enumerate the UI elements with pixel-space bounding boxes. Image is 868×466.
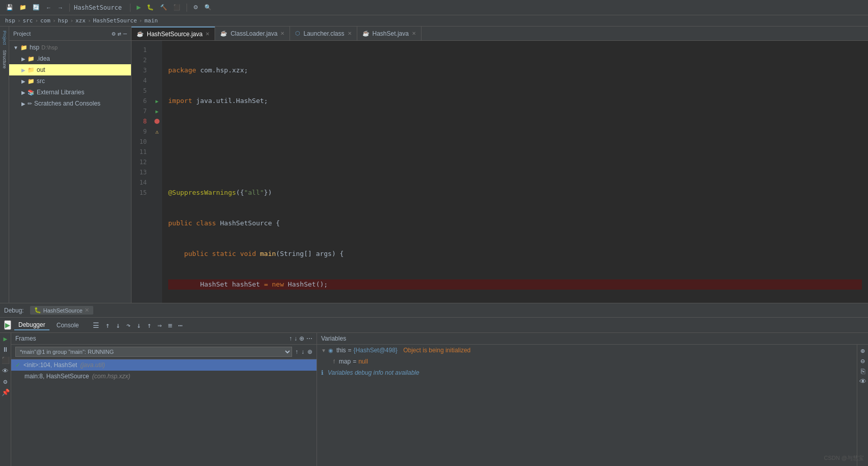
tab-classloader[interactable]: ☕ ClassLoader.java ✕ bbox=[215, 27, 290, 41]
breadcrumb-hsp[interactable]: hsp bbox=[5, 17, 15, 24]
tab-launcher[interactable]: ⬡ Launcher.class ✕ bbox=[290, 27, 357, 41]
debug-debugger-tab[interactable]: Debugger bbox=[14, 320, 49, 330]
breakpoint-8[interactable] bbox=[154, 119, 160, 124]
thread-up-btn[interactable]: ↑ bbox=[295, 348, 298, 355]
tree-scratches[interactable]: ▶ ✏ Scratches and Consoles bbox=[9, 98, 131, 109]
tree-root-hsp[interactable]: ▼ 📁 hsp D:\hsp bbox=[9, 42, 131, 53]
gutter-8[interactable] bbox=[152, 116, 162, 126]
frames-down-btn[interactable]: ↓ bbox=[294, 335, 297, 342]
debug-icon-up[interactable]: ↑ bbox=[104, 320, 111, 330]
sidebar-project-icon[interactable]: Project bbox=[1, 29, 8, 47]
frames-header: Frames ↑ ↓ ⊕ ⋯ bbox=[11, 333, 317, 345]
var-tool-minus[interactable]: ⊖ bbox=[860, 357, 864, 365]
gutter-7[interactable]: ▶ bbox=[152, 106, 162, 116]
build-btn[interactable]: 🔨 bbox=[158, 3, 169, 12]
var-tool-watch[interactable]: 👁 bbox=[859, 377, 866, 385]
debug-settings-btn[interactable]: ⚙ bbox=[4, 378, 8, 385]
debug-pause-btn[interactable]: ⏸ bbox=[2, 346, 9, 353]
panel-layout-icon[interactable]: ⇄ bbox=[118, 30, 121, 37]
tab-hashsetsource[interactable]: ☕ HashSetSource.java ✕ bbox=[131, 27, 215, 41]
thread-down-btn[interactable]: ↓ bbox=[301, 348, 304, 355]
debug-icon-step-into[interactable]: ↓ bbox=[135, 320, 142, 330]
breadcrumb-hashsetsource[interactable]: HashSetSource bbox=[93, 17, 137, 24]
breadcrumb-hsp2[interactable]: hsp bbox=[58, 17, 68, 24]
ln-15: 15 bbox=[134, 188, 150, 198]
tab-classloader-close[interactable]: ✕ bbox=[280, 31, 284, 36]
debug-session-tab[interactable]: 🐛 HashSetSource ✕ bbox=[30, 306, 93, 315]
debug-view-btn[interactable]: 👁 bbox=[2, 367, 9, 375]
debug-resume-btn[interactable]: ▶ bbox=[4, 320, 11, 330]
sep2: › bbox=[35, 17, 38, 24]
frame-item-init[interactable]: ✓ <init>:104, HashSet (java.util) bbox=[11, 359, 317, 371]
tree-idea-arrow: ▶ bbox=[21, 56, 25, 62]
stop-btn[interactable]: ⬛ bbox=[171, 3, 182, 12]
code-editor[interactable]: 1 2 3 4 5 6 7 8 9 10 11 12 13 14 15 bbox=[131, 41, 868, 303]
project-panel: Project ⚙ ⇄ — ▼ 📁 hsp D:\hsp ▶ 📁 .idea bbox=[9, 27, 131, 303]
frames-more-btn[interactable]: ⋯ bbox=[306, 335, 312, 342]
debug-icon-more[interactable]: ⋯ bbox=[177, 320, 184, 330]
file-tree: ▼ 📁 hsp D:\hsp ▶ 📁 .idea ▶ 📁 out ▶ 📁 bbox=[9, 41, 131, 303]
var-info-icon: ℹ bbox=[321, 369, 324, 376]
debug-icon-step-out[interactable]: ↑ bbox=[146, 320, 153, 330]
run-arrow-6[interactable]: ▶ bbox=[155, 98, 159, 104]
gutter-6[interactable]: ▶ bbox=[152, 96, 162, 106]
tree-idea[interactable]: ▶ 📁 .idea bbox=[9, 53, 131, 64]
toolbar-back-btn[interactable]: ← bbox=[44, 4, 54, 12]
debug-session-close[interactable]: ✕ bbox=[85, 307, 89, 314]
debug-resume-side-btn[interactable]: ▶ bbox=[4, 335, 8, 343]
frame-item-main[interactable]: main:8, HashSetSource (com.hsp.xzx) bbox=[11, 371, 317, 382]
breadcrumb-src[interactable]: src bbox=[23, 17, 33, 24]
frames-up-btn[interactable]: ↑ bbox=[289, 335, 292, 342]
run-arrow-7[interactable]: ▶ bbox=[155, 109, 159, 114]
variables-header-label: Variables bbox=[321, 335, 346, 342]
ln-9: 9 bbox=[134, 126, 150, 137]
toolbar-forward-btn[interactable]: → bbox=[56, 4, 65, 12]
debug-console-tab[interactable]: Console bbox=[52, 321, 83, 330]
debug-stop-btn[interactable]: ⬛ bbox=[2, 356, 10, 364]
var-tool-add[interactable]: ⊕ bbox=[860, 347, 864, 355]
debug-icon-down[interactable]: ↓ bbox=[114, 320, 121, 330]
gutter-15 bbox=[152, 198, 162, 208]
debug-session-icon: 🐛 bbox=[34, 307, 41, 314]
var-this[interactable]: ▼ ◉ this = {HashSet@498} Object is being… bbox=[317, 345, 857, 356]
tab-hashset[interactable]: ☕ HashSet.java ✕ bbox=[357, 27, 422, 41]
settings-btn[interactable]: ⚙ bbox=[191, 3, 200, 12]
breadcrumb-com[interactable]: com bbox=[40, 17, 50, 24]
code-line-4 bbox=[168, 157, 862, 167]
thread-filter-btn[interactable]: ⊕ bbox=[307, 348, 312, 355]
breadcrumb-xzx[interactable]: xzx bbox=[75, 17, 86, 24]
var-tool-copy[interactable]: ⎘ bbox=[861, 367, 865, 375]
toolbar-open-btn[interactable]: 📁 bbox=[17, 3, 29, 12]
debug-icon-filter[interactable]: ☰ bbox=[91, 320, 101, 330]
debug-icon-step-over[interactable]: ↷ bbox=[125, 320, 132, 330]
variables-list: ▼ ◉ this = {HashSet@498} Object is being… bbox=[317, 345, 857, 466]
debug-pin-btn[interactable]: 📌 bbox=[2, 389, 10, 396]
frames-filter-btn[interactable]: ⊕ bbox=[299, 335, 304, 342]
tree-ext-label: External Libraries bbox=[37, 89, 84, 96]
var-this-expand[interactable]: ▼ bbox=[321, 348, 326, 353]
run-btn[interactable]: ▶ bbox=[135, 3, 143, 12]
debug-icon-evaluate[interactable]: ≡ bbox=[166, 320, 173, 330]
debug-icon-run-to[interactable]: ⇒ bbox=[156, 320, 163, 330]
tab-hashsetsource-close[interactable]: ✕ bbox=[205, 31, 209, 37]
toolbar-refresh-btn[interactable]: 🔄 bbox=[31, 3, 42, 12]
var-map-name: map bbox=[339, 358, 351, 365]
var-info: ℹ Variables debug info not available bbox=[317, 367, 857, 378]
tree-src[interactable]: ▶ 📁 src bbox=[9, 75, 131, 87]
search-btn[interactable]: 🔍 bbox=[202, 3, 214, 12]
tree-ext-libs[interactable]: ▶ 📚 External Libraries bbox=[9, 87, 131, 98]
panel-gear-icon[interactable]: ⚙ bbox=[112, 30, 115, 37]
debug-btn[interactable]: 🐛 bbox=[145, 3, 156, 12]
tab-launcher-close[interactable]: ✕ bbox=[348, 31, 352, 36]
tree-idea-icon: 📁 bbox=[28, 56, 35, 62]
tree-out[interactable]: ▶ 📁 out bbox=[9, 64, 131, 75]
variables-panel: Variables ▼ ◉ this = {HashSet@498} Objec… bbox=[317, 333, 868, 466]
panel-close-icon[interactable]: — bbox=[123, 30, 127, 37]
code-content[interactable]: package com.hsp.xzx; import java.util.Ha… bbox=[162, 41, 868, 303]
tab-hashset-close[interactable]: ✕ bbox=[412, 31, 416, 36]
toolbar-save-btn[interactable]: 💾 bbox=[4, 3, 15, 12]
var-map[interactable]: f map = null bbox=[317, 356, 857, 367]
thread-dropdown[interactable]: *main"@1 in group "main": RUNNING bbox=[15, 347, 292, 357]
sidebar-structure-icon[interactable]: Structure bbox=[1, 48, 8, 71]
breadcrumb-main[interactable]: main bbox=[144, 17, 158, 24]
